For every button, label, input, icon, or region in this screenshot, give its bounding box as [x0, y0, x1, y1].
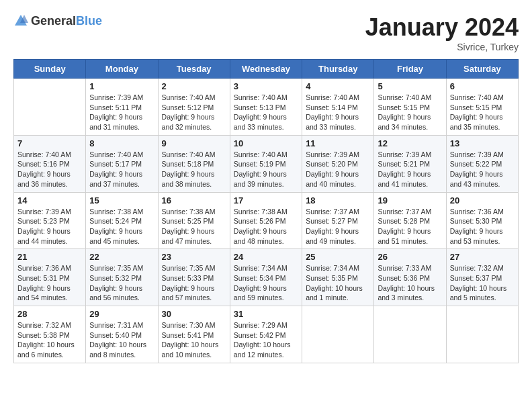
table-row: 23Sunrise: 7:35 AM Sunset: 5:33 PM Dayli… [158, 249, 230, 306]
day-number: 28 [17, 309, 82, 319]
day-number: 4 [306, 81, 370, 91]
day-number: 7 [17, 138, 82, 148]
subtitle: Sivrice, Turkey [365, 42, 519, 52]
col-thursday: Thursday [302, 60, 374, 79]
day-info: Sunrise: 7:39 AM Sunset: 5:11 PM Dayligh… [89, 93, 154, 132]
table-row: 24Sunrise: 7:34 AM Sunset: 5:34 PM Dayli… [230, 249, 302, 306]
header-row: Sunday Monday Tuesday Wednesday Thursday… [14, 60, 519, 79]
table-row: 16Sunrise: 7:38 AM Sunset: 5:25 PM Dayli… [158, 192, 230, 249]
day-number: 17 [234, 195, 298, 205]
title-area: January 2024 Sivrice, Turkey [365, 13, 519, 52]
logo-blue: Blue [76, 14, 102, 28]
day-number: 13 [450, 138, 515, 148]
day-number: 21 [17, 252, 82, 262]
month-title: January 2024 [365, 13, 519, 42]
table-row: 12Sunrise: 7:39 AM Sunset: 5:21 PM Dayli… [374, 135, 446, 192]
col-sunday: Sunday [14, 60, 86, 79]
day-info: Sunrise: 7:33 AM Sunset: 5:36 PM Dayligh… [378, 263, 442, 303]
col-friday: Friday [374, 60, 446, 79]
table-row: 3Sunrise: 7:40 AM Sunset: 5:13 PM Daylig… [230, 79, 302, 136]
table-row: 18Sunrise: 7:37 AM Sunset: 5:27 PM Dayli… [302, 192, 374, 249]
day-info: Sunrise: 7:34 AM Sunset: 5:34 PM Dayligh… [234, 263, 298, 303]
day-number: 3 [234, 81, 298, 91]
col-tuesday: Tuesday [158, 60, 230, 79]
calendar-week-3: 14Sunrise: 7:39 AM Sunset: 5:23 PM Dayli… [14, 192, 519, 249]
logo: GeneralBlue [13, 13, 102, 28]
table-row: 5Sunrise: 7:40 AM Sunset: 5:15 PM Daylig… [374, 79, 446, 136]
table-row: 1Sunrise: 7:39 AM Sunset: 5:11 PM Daylig… [86, 79, 158, 136]
table-row: 27Sunrise: 7:32 AM Sunset: 5:37 PM Dayli… [446, 249, 518, 306]
table-row: 14Sunrise: 7:39 AM Sunset: 5:23 PM Dayli… [14, 192, 86, 249]
day-info: Sunrise: 7:40 AM Sunset: 5:14 PM Dayligh… [306, 93, 370, 132]
day-number: 20 [450, 195, 515, 205]
day-info: Sunrise: 7:39 AM Sunset: 5:21 PM Dayligh… [378, 150, 442, 189]
table-row: 28Sunrise: 7:32 AM Sunset: 5:38 PM Dayli… [14, 306, 86, 363]
day-info: Sunrise: 7:37 AM Sunset: 5:28 PM Dayligh… [378, 207, 442, 246]
header: GeneralBlue January 2024 Sivrice, Turkey [13, 13, 519, 52]
table-row: 2Sunrise: 7:40 AM Sunset: 5:12 PM Daylig… [158, 79, 230, 136]
day-info: Sunrise: 7:40 AM Sunset: 5:15 PM Dayligh… [450, 93, 515, 132]
table-row: 25Sunrise: 7:34 AM Sunset: 5:35 PM Dayli… [302, 249, 374, 306]
day-number: 30 [162, 309, 226, 319]
table-row: 29Sunrise: 7:31 AM Sunset: 5:40 PM Dayli… [86, 306, 158, 363]
table-row: 26Sunrise: 7:33 AM Sunset: 5:36 PM Dayli… [374, 249, 446, 306]
day-number: 22 [89, 252, 154, 262]
day-number: 29 [89, 309, 154, 319]
day-info: Sunrise: 7:32 AM Sunset: 5:37 PM Dayligh… [450, 263, 515, 303]
day-info: Sunrise: 7:38 AM Sunset: 5:25 PM Dayligh… [162, 207, 226, 246]
day-info: Sunrise: 7:34 AM Sunset: 5:35 PM Dayligh… [306, 263, 370, 303]
table-row [446, 306, 518, 363]
day-number: 24 [234, 252, 298, 262]
day-number: 27 [450, 252, 515, 262]
table-row: 10Sunrise: 7:40 AM Sunset: 5:19 PM Dayli… [230, 135, 302, 192]
table-row: 6Sunrise: 7:40 AM Sunset: 5:15 PM Daylig… [446, 79, 518, 136]
table-row: 21Sunrise: 7:36 AM Sunset: 5:31 PM Dayli… [14, 249, 86, 306]
day-number: 8 [89, 138, 154, 148]
table-row [14, 79, 86, 136]
day-info: Sunrise: 7:38 AM Sunset: 5:26 PM Dayligh… [234, 207, 298, 246]
day-number: 10 [234, 138, 298, 148]
day-info: Sunrise: 7:39 AM Sunset: 5:20 PM Dayligh… [306, 150, 370, 189]
day-info: Sunrise: 7:39 AM Sunset: 5:22 PM Dayligh… [450, 150, 515, 189]
day-number: 9 [162, 138, 226, 148]
table-row: 11Sunrise: 7:39 AM Sunset: 5:20 PM Dayli… [302, 135, 374, 192]
day-number: 1 [89, 81, 154, 91]
day-info: Sunrise: 7:37 AM Sunset: 5:27 PM Dayligh… [306, 207, 370, 246]
day-number: 5 [378, 81, 442, 91]
table-row: 8Sunrise: 7:40 AM Sunset: 5:17 PM Daylig… [86, 135, 158, 192]
day-number: 16 [162, 195, 226, 205]
day-info: Sunrise: 7:40 AM Sunset: 5:16 PM Dayligh… [17, 150, 82, 189]
day-info: Sunrise: 7:31 AM Sunset: 5:40 PM Dayligh… [89, 320, 154, 360]
table-row: 4Sunrise: 7:40 AM Sunset: 5:14 PM Daylig… [302, 79, 374, 136]
page: GeneralBlue January 2024 Sivrice, Turkey… [0, 0, 532, 370]
table-row: 7Sunrise: 7:40 AM Sunset: 5:16 PM Daylig… [14, 135, 86, 192]
day-number: 14 [17, 195, 82, 205]
day-info: Sunrise: 7:32 AM Sunset: 5:38 PM Dayligh… [17, 320, 82, 360]
day-number: 25 [306, 252, 370, 262]
day-number: 18 [306, 195, 370, 205]
day-info: Sunrise: 7:40 AM Sunset: 5:19 PM Dayligh… [234, 150, 298, 189]
day-number: 12 [378, 138, 442, 148]
table-row: 22Sunrise: 7:35 AM Sunset: 5:32 PM Dayli… [86, 249, 158, 306]
day-number: 15 [89, 195, 154, 205]
day-info: Sunrise: 7:35 AM Sunset: 5:32 PM Dayligh… [89, 263, 154, 303]
table-row: 19Sunrise: 7:37 AM Sunset: 5:28 PM Dayli… [374, 192, 446, 249]
calendar-week-1: 1Sunrise: 7:39 AM Sunset: 5:11 PM Daylig… [14, 79, 519, 136]
day-info: Sunrise: 7:39 AM Sunset: 5:23 PM Dayligh… [17, 207, 82, 246]
logo-general: General [31, 14, 76, 28]
day-info: Sunrise: 7:35 AM Sunset: 5:33 PM Dayligh… [162, 263, 226, 303]
day-number: 11 [306, 138, 370, 148]
day-info: Sunrise: 7:36 AM Sunset: 5:30 PM Dayligh… [450, 207, 515, 246]
day-info: Sunrise: 7:40 AM Sunset: 5:13 PM Dayligh… [234, 93, 298, 132]
day-number: 31 [234, 309, 298, 319]
table-row: 15Sunrise: 7:38 AM Sunset: 5:24 PM Dayli… [86, 192, 158, 249]
col-monday: Monday [86, 60, 158, 79]
day-info: Sunrise: 7:30 AM Sunset: 5:41 PM Dayligh… [162, 320, 226, 360]
day-info: Sunrise: 7:40 AM Sunset: 5:18 PM Dayligh… [162, 150, 226, 189]
logo-icon [13, 13, 28, 28]
col-wednesday: Wednesday [230, 60, 302, 79]
day-number: 19 [378, 195, 442, 205]
table-row: 17Sunrise: 7:38 AM Sunset: 5:26 PM Dayli… [230, 192, 302, 249]
table-row [302, 306, 374, 363]
day-number: 23 [162, 252, 226, 262]
